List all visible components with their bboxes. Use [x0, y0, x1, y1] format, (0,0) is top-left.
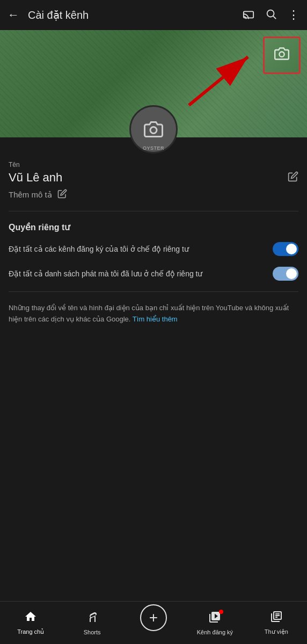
more-options-icon[interactable]: ⋮	[288, 9, 299, 21]
notification-badge	[219, 610, 223, 614]
avatar-label: OYSTER	[143, 145, 164, 151]
home-icon	[24, 610, 37, 626]
name-label: Tên	[9, 161, 298, 169]
bottom-nav: Trang chủ Shorts + Kênh đăng ký Thư vi	[0, 601, 307, 644]
home-label: Trang chủ	[17, 628, 44, 635]
privacy-section: Quyền riêng tư Đặt tất cả các kênh đăng …	[9, 222, 298, 281]
edit-description-icon[interactable]	[57, 189, 67, 200]
plus-icon: +	[149, 610, 158, 625]
top-bar: ← Cài đặt kênh ⋮	[0, 0, 307, 30]
content-area: Tên Vũ Lê anh Thêm mô tả Quyền riêng tư …	[0, 161, 307, 325]
nav-add[interactable]: +	[123, 604, 184, 642]
info-text: Những thay đổi về tên và hình đại diện c…	[9, 303, 298, 325]
search-icon[interactable]	[265, 8, 277, 22]
nav-library[interactable]: Thư viện	[246, 610, 307, 635]
library-icon	[270, 610, 283, 626]
svg-line-2	[273, 16, 276, 19]
corner-thumbnail[interactable]	[263, 36, 301, 74]
subscriptions-label: Kênh đăng ký	[197, 629, 233, 635]
description-placeholder: Thêm mô tả	[9, 190, 52, 200]
cast-icon[interactable]	[243, 8, 254, 22]
name-row: Vũ Lê anh	[9, 171, 298, 185]
subscriptions-privacy-toggle[interactable]	[273, 242, 298, 256]
divider-2	[9, 291, 298, 292]
shorts-icon	[86, 611, 99, 627]
nav-shorts[interactable]: Shorts	[61, 611, 122, 635]
edit-name-icon[interactable]	[288, 171, 298, 185]
channel-name: Vũ Lê anh	[9, 171, 62, 185]
top-bar-icons: ⋮	[243, 8, 299, 22]
camera-icon-corner	[274, 46, 289, 64]
description-row[interactable]: Thêm mô tả	[9, 189, 298, 200]
playlists-privacy-row: Đặt tất cả danh sách phát mà tôi đã lưu …	[9, 267, 298, 281]
add-button[interactable]: +	[140, 604, 167, 631]
shorts-label: Shorts	[84, 629, 101, 635]
svg-point-6	[150, 127, 157, 134]
back-button[interactable]: ←	[8, 9, 19, 21]
subscriptions-privacy-row: Đặt tất cả các kênh đăng ký của tôi ở ch…	[9, 242, 298, 256]
divider-1	[9, 211, 298, 211]
playlists-privacy-toggle[interactable]	[273, 267, 298, 281]
channel-banner: OYSTER	[0, 30, 307, 137]
subscriptions-privacy-text: Đặt tất cả các kênh đăng ký của tôi ở ch…	[9, 244, 273, 255]
privacy-title: Quyền riêng tư	[9, 222, 298, 232]
page-title: Cài đặt kênh	[28, 9, 243, 21]
avatar-container[interactable]: OYSTER	[129, 105, 178, 153]
subscriptions-icon	[208, 611, 221, 627]
svg-point-1	[267, 10, 274, 17]
library-label: Thư viện	[265, 628, 288, 635]
playlists-privacy-text: Đặt tất cả danh sách phát mà tôi đã lưu …	[9, 268, 273, 280]
nav-home[interactable]: Trang chủ	[0, 610, 61, 635]
svg-point-3	[279, 52, 284, 57]
learn-more-link[interactable]: Tìm hiểu thêm	[133, 315, 178, 323]
avatar[interactable]: OYSTER	[129, 105, 178, 153]
nav-subscriptions[interactable]: Kênh đăng ký	[184, 611, 245, 635]
